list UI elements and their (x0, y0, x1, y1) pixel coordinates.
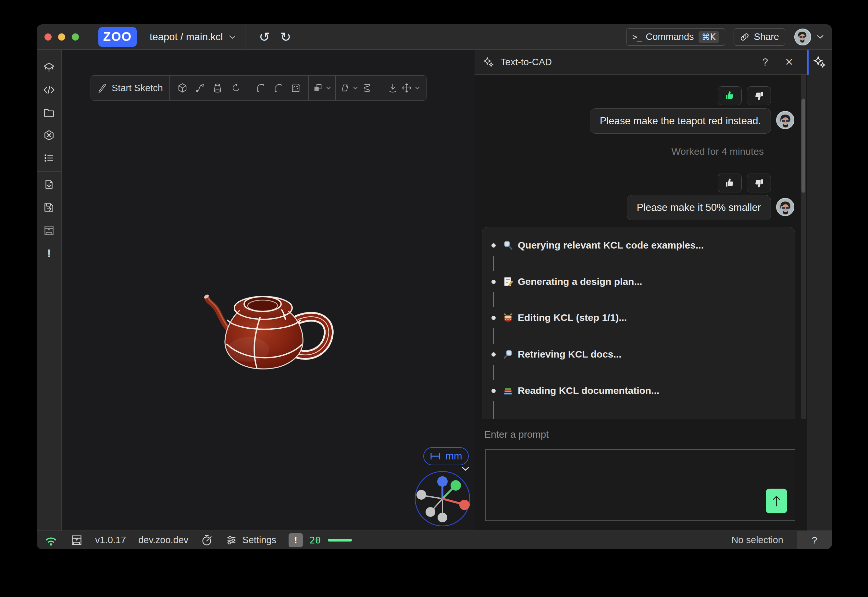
prompt-label: Enter a prompt (484, 429, 548, 440)
project-menu[interactable]: teapot / main.kcl (150, 31, 236, 43)
save-export-icon (43, 202, 55, 214)
sidebar-feature-list-button[interactable] (37, 147, 62, 169)
user-menu-chevron[interactable] (816, 34, 824, 39)
extrude-button[interactable] (174, 78, 191, 98)
move-icon (401, 83, 412, 93)
sidebar-errors-button[interactable]: ! (37, 242, 62, 264)
commands-shortcut: ⌘K (699, 31, 719, 43)
chat-scrollbar-thumb[interactable] (801, 99, 806, 193)
sidebar-save-export-button[interactable] (37, 196, 62, 219)
helix-button[interactable] (358, 78, 376, 98)
text-to-cad-panel: Text-to-CAD ? ✕ Please make the teapot r… (474, 50, 807, 530)
step-bullet (492, 352, 496, 356)
folder-icon (43, 107, 55, 119)
text-to-cad-rail-button[interactable] (807, 50, 832, 75)
magnifying-glass-emoji-icon (503, 240, 513, 251)
thumbs-up-button[interactable] (718, 86, 742, 105)
thumbs-down-button[interactable] (747, 174, 771, 192)
window-zoom-button[interactable] (72, 33, 79, 40)
thumbs-up-button[interactable] (718, 174, 742, 192)
window-close-button[interactable] (45, 33, 52, 40)
start-sketch-button[interactable]: Start Sketch (97, 78, 165, 98)
shell-button[interactable] (287, 78, 305, 98)
step-label: Generating a design plan... (518, 276, 642, 287)
help-button[interactable]: ? (797, 531, 832, 549)
link-icon (740, 32, 749, 42)
sidebar-project-files-button[interactable] (37, 101, 62, 124)
panel-close-button[interactable]: ✕ (780, 56, 798, 68)
revolve-button[interactable] (226, 78, 244, 98)
toolbar-divider (380, 76, 380, 100)
commands-label: Commands (646, 31, 694, 42)
share-button[interactable]: Share (734, 28, 785, 46)
insert-icon (388, 83, 398, 93)
user-avatar[interactable] (794, 28, 811, 45)
orientation-gizmo[interactable] (412, 468, 473, 530)
loft-icon (212, 83, 223, 93)
thumbs-up-icon (724, 90, 735, 101)
undo-button[interactable]: ↺ (254, 24, 275, 50)
boolean-icon (313, 83, 323, 93)
network-status-button[interactable] (44, 534, 58, 547)
sidebar-sketch-plane-button[interactable] (37, 56, 62, 79)
units-button[interactable]: mm (423, 447, 469, 465)
sweep-button[interactable] (191, 78, 209, 98)
chat-scrollbar[interactable] (801, 75, 806, 419)
settings-button[interactable]: Settings (225, 534, 276, 547)
window-minimize-button[interactable] (58, 33, 65, 40)
chevron-down-icon (415, 86, 421, 90)
sidebar-variables-button[interactable] (37, 124, 62, 147)
fillet-button[interactable] (252, 78, 269, 98)
thumbs-up-icon (724, 177, 735, 189)
divider (305, 24, 305, 49)
sidebar-print-3d-button[interactable] (37, 219, 62, 242)
notifications-button[interactable]: ! (288, 533, 303, 547)
chevron-down-icon (228, 34, 236, 40)
sidebar-divider (37, 171, 62, 172)
chevron-down-icon (461, 466, 470, 472)
move-button[interactable] (401, 78, 421, 98)
loft-button[interactable] (209, 78, 226, 98)
notification-count: 20 (309, 535, 321, 546)
avatar-image (795, 29, 809, 43)
assistant-progress-card: Querying relevant KCL code examples... G… (482, 227, 795, 419)
teapot-3d-model[interactable] (196, 281, 336, 378)
zoo-logo[interactable]: ZOO (98, 27, 137, 47)
printer-3d-icon (70, 534, 83, 547)
plane-button[interactable] (340, 78, 358, 98)
prompt-textarea[interactable] (486, 450, 795, 520)
chamfer-button[interactable] (269, 78, 287, 98)
panel-header: Text-to-CAD ? ✕ (474, 50, 807, 75)
sidebar-code-button[interactable] (37, 79, 62, 101)
thumbs-down-button[interactable] (747, 86, 771, 105)
shell-icon (291, 83, 301, 93)
boolean-button[interactable] (313, 78, 331, 98)
chamfer-icon (273, 83, 283, 93)
timer-button[interactable] (201, 534, 213, 547)
toolbar-divider (248, 76, 248, 100)
drum-emoji-icon (503, 312, 513, 323)
stopwatch-icon (201, 534, 213, 547)
3d-viewport[interactable]: Start Sketch (62, 50, 474, 530)
thumbs-down-icon (754, 177, 764, 189)
step-bullet (492, 244, 496, 248)
sweep-icon (195, 83, 205, 93)
insert-button[interactable] (384, 78, 401, 98)
step-bullet (492, 280, 496, 284)
print-3d-status-button[interactable] (70, 534, 83, 547)
sidebar-export-button[interactable] (37, 174, 62, 196)
environment-domain: dev.zoo.dev (138, 535, 188, 545)
prompt-submit-button[interactable] (766, 489, 787, 513)
panel-help-button[interactable]: ? (757, 56, 773, 68)
variables-icon (43, 129, 55, 141)
redo-button[interactable]: ↻ (275, 24, 296, 50)
step-connector (493, 292, 494, 307)
extrude-icon (177, 83, 187, 93)
magnifying-glass-left-emoji-icon (503, 349, 513, 359)
left-sidebar: ! (37, 50, 62, 530)
gizmo-menu-chevron[interactable] (461, 466, 470, 472)
user-message: Please make the teapot red instead. (590, 108, 771, 134)
commands-button[interactable]: >_ Commands ⌘K (626, 28, 725, 46)
right-rail (807, 50, 832, 530)
user-avatar (776, 198, 794, 216)
